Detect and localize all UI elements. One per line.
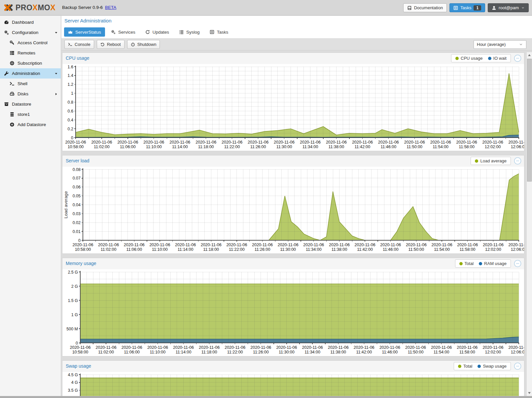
brand-letter-group: X <box>50 3 55 12</box>
shutdown-button[interactable]: Shutdown <box>127 40 160 49</box>
tab-serverstatus[interactable]: ServerStatus <box>64 27 105 37</box>
sidebar-item-datastore[interactable]: Datastore <box>0 99 61 109</box>
sidebar-item-store1[interactable]: store1 <box>0 109 61 119</box>
svg-text:2020-11-06: 2020-11-06 <box>300 140 321 145</box>
legend-label: RAM usage <box>484 261 507 266</box>
legend-dot <box>479 262 482 265</box>
svg-text:11:02:00: 11:02:00 <box>101 247 117 252</box>
svg-text:2020-11-06: 2020-11-06 <box>252 243 273 247</box>
svg-text:0.07: 0.07 <box>73 176 81 181</box>
svg-text:2020-11-06: 2020-11-06 <box>303 243 324 247</box>
legend-dot <box>459 262 463 265</box>
scroll-down-arrow[interactable] <box>528 392 531 394</box>
svg-text:2020-11-06: 2020-11-06 <box>508 140 524 145</box>
svg-text:2020-11-06: 2020-11-06 <box>431 345 452 350</box>
svg-text:11:22:00: 11:22:00 <box>229 247 245 252</box>
sidebar-item-configuration[interactable]: Configuration <box>0 27 61 38</box>
proxmox-logo: PROXMOX <box>4 3 55 13</box>
vertical-scrollbar[interactable] <box>526 52 532 396</box>
svg-text:4 G: 4 G <box>71 380 78 385</box>
legend-dot <box>455 57 459 60</box>
tab-tasks[interactable]: Tasks <box>206 27 232 37</box>
console-button[interactable]: Console <box>64 40 94 49</box>
sidebar-item-administration[interactable]: Administration <box>0 68 61 79</box>
tasks-button[interactable]: Tasks 1 <box>449 3 485 12</box>
bottom-edge <box>0 396 532 398</box>
svg-text:1.4: 1.4 <box>68 73 73 78</box>
sidebar-nav: DashboardConfigurationAccess ControlRemo… <box>0 16 61 396</box>
wrench-icon <box>4 71 9 76</box>
svg-text:2020-11-06: 2020-11-06 <box>248 140 268 145</box>
svg-text:Load average: Load average <box>63 191 68 218</box>
sidebar-item-add-datastore[interactable]: Add Datastore <box>0 119 61 130</box>
user-menu-button[interactable]: root@pam <box>488 3 529 12</box>
sidebar-item-label: Administration <box>12 71 40 76</box>
scroll-up-arrow[interactable] <box>528 54 531 56</box>
svg-text:2020-11-06: 2020-11-06 <box>483 243 504 247</box>
tab-label: Updates <box>153 30 169 35</box>
svg-text:11:38:00: 11:38:00 <box>332 247 347 252</box>
svg-text:11:46:00: 11:46:00 <box>382 350 398 354</box>
chevron-down-icon <box>521 6 525 10</box>
tasks-label: Tasks <box>460 5 471 10</box>
svg-text:10:58:00: 10:58:00 <box>68 145 84 149</box>
svg-text:2020-11-06: 2020-11-06 <box>201 243 222 247</box>
chart-legend: CPU usageIO wait <box>451 54 511 62</box>
scrollbar-thumb[interactable] <box>527 59 532 182</box>
svg-text:2020-11-06: 2020-11-06 <box>72 243 93 247</box>
svg-text:11:58:00: 11:58:00 <box>460 247 476 252</box>
svg-text:2020-11-06: 2020-11-06 <box>302 345 323 350</box>
sidebar-item-dashboard[interactable]: Dashboard <box>0 17 61 27</box>
legend-label: IO wait <box>493 56 507 61</box>
svg-text:2020-11-06: 2020-11-06 <box>430 140 451 145</box>
proxmox-backup-app: PROXMOX Backup Server 0.9-6BETA Document… <box>0 0 532 398</box>
chart-title: Server load <box>66 158 89 163</box>
svg-text:11:50:00: 11:50:00 <box>408 247 424 252</box>
panel-cpu-usage: CPU usageCPU usageIO wait00.20.40.60.811… <box>62 52 524 151</box>
sidebar-item-access-control[interactable]: Access Control <box>0 38 61 48</box>
sidebar-item-disks[interactable]: Disks <box>0 89 61 99</box>
terminal-icon <box>10 81 15 86</box>
svg-text:2020-11-06: 2020-11-06 <box>250 345 271 350</box>
tab-updates[interactable]: Updates <box>141 27 173 37</box>
svg-text:11:10:00: 11:10:00 <box>146 145 162 149</box>
collapse-button[interactable] <box>514 362 521 370</box>
svg-text:11:10:00: 11:10:00 <box>152 247 168 252</box>
tab-services[interactable]: Services <box>107 27 139 37</box>
legend-dot <box>478 365 481 368</box>
chart-server-load: 00.010.020.030.040.050.060.070.082020-11… <box>62 167 524 253</box>
timeframe-select[interactable]: Hour (average) <box>474 40 526 49</box>
expander[interactable] <box>54 72 58 76</box>
legend-total: Total <box>458 364 472 369</box>
collapse-button[interactable] <box>514 157 521 165</box>
svg-text:1 G: 1 G <box>71 313 78 317</box>
chart-memory-usage: 0500 M1 G1.5 G2 G2.5 G2020-11-0610:58:00… <box>62 269 524 356</box>
toolbar: ConsoleRebootShutdown Hour (average) <box>61 39 532 50</box>
svg-text:11:02:00: 11:02:00 <box>98 350 114 354</box>
documentation-button[interactable]: Documentation <box>403 3 447 12</box>
svg-text:1.2: 1.2 <box>68 82 73 87</box>
chart-cpu-usage: 00.20.40.60.811.21.41.62020-11-0610:58:0… <box>62 64 524 151</box>
svg-text:2020-11-06: 2020-11-06 <box>354 345 374 350</box>
svg-text:2020-11-06: 2020-11-06 <box>225 345 245 350</box>
expander[interactable] <box>54 31 58 35</box>
svg-text:2020-11-06: 2020-11-06 <box>199 345 220 350</box>
database-icon <box>10 112 15 117</box>
sidebar-item-shell[interactable]: Shell <box>0 79 61 89</box>
sidebar-item-label: Shell <box>18 81 27 86</box>
tab-syslog[interactable]: Syslog <box>175 27 204 37</box>
book-icon <box>407 6 412 10</box>
reboot-button[interactable]: Reboot <box>97 40 124 49</box>
collapse-button[interactable] <box>514 54 521 62</box>
svg-text:2020-11-06: 2020-11-06 <box>482 140 503 145</box>
sidebar-item-subscription[interactable]: Subscription <box>0 58 61 68</box>
sidebar-item-remotes[interactable]: Remotes <box>0 48 61 58</box>
svg-text:2020-11-06: 2020-11-06 <box>175 243 196 247</box>
svg-text:11:06:00: 11:06:00 <box>126 247 142 252</box>
svg-text:11:34:00: 11:34:00 <box>302 145 318 149</box>
svg-text:2020-11-06: 2020-11-06 <box>378 140 399 145</box>
collapse-button[interactable] <box>514 260 521 267</box>
svg-text:2020-11-06: 2020-11-06 <box>432 243 452 247</box>
svg-text:2.5 G: 2.5 G <box>68 270 78 275</box>
beta-link[interactable]: BETA <box>105 5 116 10</box>
